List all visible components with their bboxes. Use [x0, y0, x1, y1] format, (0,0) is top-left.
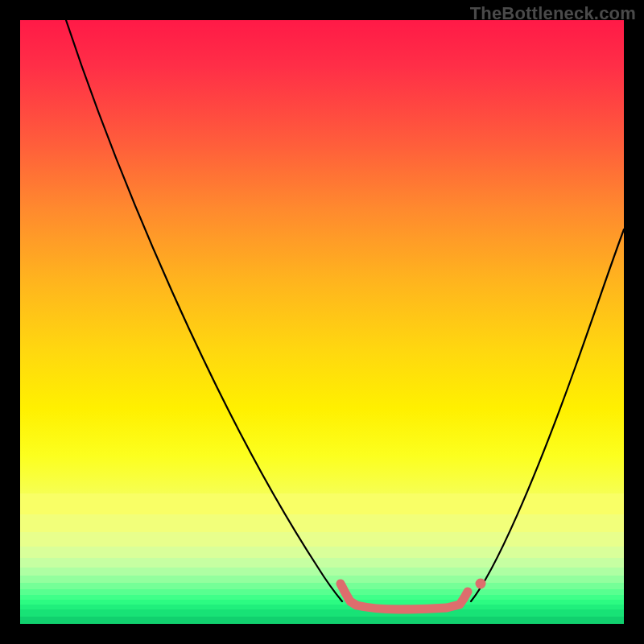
flat-bottom-segment — [341, 584, 468, 609]
right-curve — [471, 229, 624, 601]
left-curve — [66, 20, 342, 601]
plot-area — [20, 20, 624, 624]
watermark-text: TheBottleneck.com — [470, 3, 636, 24]
chart-frame: TheBottleneck.com — [0, 0, 644, 644]
marker-dot — [476, 579, 486, 589]
bottleneck-curves — [20, 20, 624, 624]
